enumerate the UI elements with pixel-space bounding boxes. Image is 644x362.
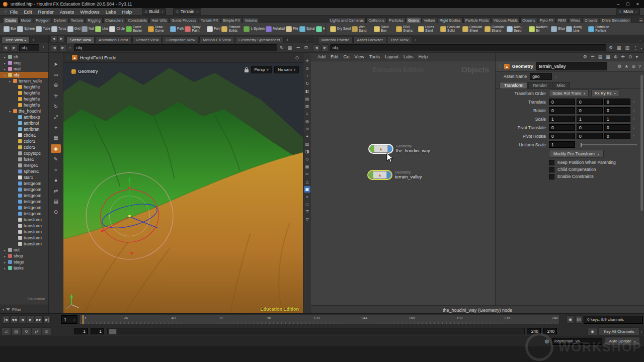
network-menu-item[interactable]: Layout (382, 54, 401, 59)
parameter-field-y[interactable]: 0 (577, 99, 603, 105)
shelf-menu-icon[interactable]: ☰ (638, 18, 644, 23)
menu-item[interactable]: Render (35, 9, 57, 15)
node-the-houdini-way[interactable]: ▲ Geometry the_houdini_way (369, 144, 430, 153)
display-option-icon[interactable]: ◧ (304, 88, 310, 95)
tree-item[interactable]: ▸ mat (0, 66, 48, 72)
tree-expand-arrow[interactable]: ▾ (8, 110, 12, 113)
playbar-toggle-icon[interactable]: ↻ (22, 327, 31, 335)
display-option-icon[interactable]: ▤ (304, 96, 310, 102)
path-options-icon[interactable]: ⋮ (41, 46, 46, 50)
path-toolbar-icon[interactable]: ⋮ (632, 45, 639, 50)
node-flag-left[interactable] (369, 171, 373, 178)
tree-item[interactable]: testgeom (0, 199, 48, 205)
pane-tab[interactable]: Asset Browser (353, 37, 386, 43)
shelf-tool[interactable]: Spiral (299, 26, 315, 32)
tree-item[interactable]: transform (0, 217, 48, 223)
shelf-tab[interactable]: Model (19, 17, 33, 23)
parameters-toolbar-icon[interactable]: ⊙ (628, 54, 632, 59)
parameter-tab[interactable]: Render (528, 82, 551, 88)
checkbox[interactable] (549, 174, 554, 179)
filter-label[interactable]: Filter (12, 307, 21, 312)
shelf-tab[interactable]: Lights and Cameras (328, 17, 366, 23)
viewport-tool-icon[interactable]: ◈ (51, 144, 61, 153)
shelf-tool[interactable]: Granular Sheet (462, 26, 484, 32)
camera-lock-icon[interactable] (245, 69, 249, 72)
checkbox[interactable] (549, 167, 554, 172)
pane-options-icon[interactable]: ⋮ (303, 38, 311, 43)
drag-handle-icon[interactable]: ⠿ (66, 55, 69, 60)
globe-icon[interactable]: ◍ (545, 338, 549, 344)
display-option-icon[interactable]: ▥ (304, 103, 310, 110)
current-node-path-field[interactable]: /obj/terrain_va... (552, 338, 602, 345)
display-option-icon[interactable]: ▨ (304, 141, 310, 147)
parameters-scrollbar[interactable] (640, 75, 643, 211)
playbar-toggle-icon[interactable]: ♫ (2, 327, 11, 335)
spinner-icon[interactable]: ↕ (555, 75, 557, 78)
tab-tree-view[interactable]: Tree View ▾ (2, 37, 30, 43)
parameter-tab[interactable]: Misc (552, 82, 570, 88)
tree-expand-arrow[interactable]: ▾ (8, 79, 12, 83)
viewport-tool-icon[interactable]: ⊕ (51, 81, 61, 89)
shelf-set-selector[interactable]: ≡ Terrain ↕ (173, 8, 201, 15)
shelf-tab[interactable]: Rigging (86, 17, 102, 23)
shelf-tool[interactable]: Wet Sand (352, 26, 373, 32)
tree-item[interactable]: transform (0, 235, 48, 241)
ladder-handle-icon[interactable]: ↕ (633, 100, 635, 104)
path-toolbar-icon[interactable]: ▥ (624, 45, 630, 50)
transport-button[interactable]: ▶▶ (35, 315, 43, 324)
network-path-field[interactable]: obj (330, 44, 606, 51)
network-menu-item[interactable]: Labs (401, 54, 416, 59)
display-option-icon[interactable]: □ (304, 201, 310, 208)
network-menu-item[interactable]: Help (416, 54, 430, 59)
shelf-tool[interactable]: Null (82, 26, 94, 32)
close-button[interactable]: × (636, 2, 639, 7)
shelf-tool[interactable]: Slice (551, 26, 565, 32)
new-tab-button[interactable]: + (413, 38, 419, 43)
tree-item[interactable]: color2 (0, 144, 48, 150)
current-frame-field[interactable]: 1 ↕ (61, 315, 77, 324)
node-terrain-valley[interactable]: ▲ Geometry terrain_valley (368, 170, 422, 179)
menu-item[interactable]: Edit (21, 9, 35, 15)
node-body[interactable]: ▲ (369, 145, 392, 153)
tree-expand-arrow[interactable]: ▸ (3, 67, 7, 71)
shelf-tab[interactable]: Vellum (422, 17, 437, 23)
tree-item[interactable]: ▸ img (0, 60, 48, 66)
tree-item[interactable]: merge1 (0, 162, 48, 168)
shelf-tool[interactable]: Grid (67, 26, 80, 32)
viewport-tool-icon[interactable]: ⊙ (51, 208, 61, 216)
tree-item[interactable]: ▸ stage (0, 259, 48, 265)
shelf-tab[interactable]: Guide Process (170, 17, 198, 23)
viewport-tool-icon[interactable]: ↻ (51, 102, 61, 111)
tree-item[interactable]: testgeom (0, 193, 48, 199)
tree-item[interactable]: testgeom (0, 180, 48, 187)
parameter-field-x[interactable]: 0 (549, 99, 575, 105)
path-toolbar-icon[interactable]: ▦ (287, 45, 293, 50)
transport-button[interactable]: ◀◀ (10, 315, 18, 324)
viewport-tool-icon[interactable]: ✎ (51, 155, 61, 163)
shelf-tool[interactable]: Along Line (566, 26, 587, 32)
transport-button[interactable]: |◀ (2, 315, 10, 324)
network-canvas[interactable]: Education Edition Objects ▲ Geometry the… (311, 61, 495, 305)
shelf-tool[interactable]: Draw Curve (148, 26, 169, 32)
parameter-field-y[interactable]: 0 (577, 133, 603, 139)
tree-item[interactable]: ▾ the_houdini (0, 108, 48, 114)
shelf-tool[interactable]: Tube (36, 26, 50, 32)
display-option-icon[interactable]: ◍ (304, 118, 310, 125)
tree-item[interactable]: heightfie (0, 102, 48, 108)
network-menu-item[interactable]: Tools (367, 54, 382, 59)
key-all-channels-button[interactable]: Key All Channels (599, 327, 639, 336)
node-name-field[interactable]: terrain_valley (536, 62, 607, 70)
shelf-tab[interactable]: Particle Fluids (463, 17, 491, 23)
parameter-field-y[interactable]: 0 (577, 124, 603, 131)
pane-tab[interactable]: Geometry Spreadsheet (235, 37, 284, 43)
pane-tab[interactable]: Composite View (163, 37, 199, 43)
modify-pretransform-button[interactable]: Modify Pre-Transform ▾ (549, 150, 604, 158)
shelf-tab[interactable]: Drive Simulation (600, 17, 631, 23)
menu-item[interactable]: File (7, 9, 21, 15)
rotate-order-select[interactable]: Rx Ry Rz ▾ (591, 89, 619, 97)
header-action-icon[interactable]: ★ (624, 64, 628, 69)
shelf-tool[interactable]: Line (95, 26, 108, 32)
tree-item[interactable]: heightfie (0, 84, 48, 90)
tree-item[interactable]: attribran (0, 126, 48, 132)
checkbox[interactable] (549, 160, 554, 165)
